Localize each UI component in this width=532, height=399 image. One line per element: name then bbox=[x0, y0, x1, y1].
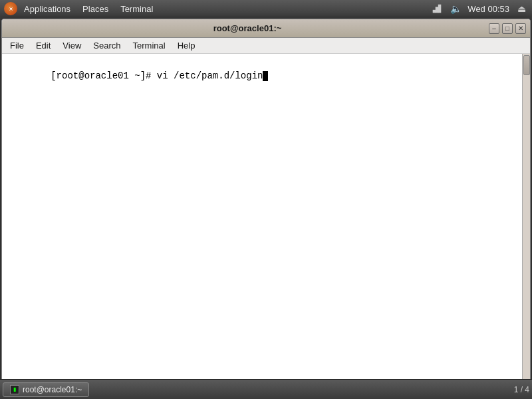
scrollbar[interactable] bbox=[522, 54, 530, 396]
scrollbar-thumb[interactable] bbox=[523, 55, 530, 75]
taskbar-item-label: root@oracle01:~ bbox=[23, 385, 82, 394]
window-controls: – □ ✕ bbox=[489, 23, 526, 34]
minimize-button[interactable]: – bbox=[489, 23, 499, 34]
menu-search[interactable]: Search bbox=[88, 39, 126, 52]
taskbar-pager: 1 / 4 bbox=[514, 385, 529, 394]
terminal-window: root@oracle01:~ – □ ✕ File Edit View Sea… bbox=[1, 19, 531, 396]
system-bar: ☀ Applications Places Terminal 🔈 Wed 00:… bbox=[0, 0, 532, 17]
places-menu[interactable]: Places bbox=[77, 3, 114, 15]
menu-terminal[interactable]: Terminal bbox=[128, 39, 171, 52]
power-icon[interactable]: ⏏ bbox=[515, 2, 528, 15]
maximize-button[interactable]: □ bbox=[502, 23, 513, 34]
window-title: root@oracle01:~ bbox=[6, 23, 489, 33]
svg-rect-1 bbox=[436, 7, 439, 13]
gnome-logo: ☀ bbox=[4, 2, 17, 15]
system-clock: Wed 00:53 bbox=[467, 4, 509, 14]
menu-help[interactable]: Help bbox=[172, 39, 201, 52]
terminal-cursor bbox=[263, 71, 268, 81]
taskbar-terminal-icon: ▮ bbox=[10, 385, 19, 394]
applications-menu[interactable]: Applications bbox=[19, 3, 76, 15]
terminal-prompt-line: [root@oracle01 ~]# vi /etc/pam.d/login bbox=[6, 57, 519, 96]
menu-edit[interactable]: Edit bbox=[31, 39, 56, 52]
menu-bar: File Edit View Search Terminal Help bbox=[2, 38, 530, 54]
network-icon[interactable] bbox=[430, 2, 444, 15]
terminal-menu[interactable]: Terminal bbox=[115, 3, 158, 15]
taskbar: ▮ root@oracle01:~ 1 / 4 bbox=[0, 379, 532, 399]
close-button[interactable]: ✕ bbox=[515, 23, 526, 34]
menu-view[interactable]: View bbox=[57, 39, 86, 52]
terminal-content[interactable]: [root@oracle01 ~]# vi /etc/pam.d/login bbox=[2, 54, 530, 396]
svg-rect-2 bbox=[438, 5, 442, 13]
menu-file[interactable]: File bbox=[5, 39, 29, 52]
volume-icon[interactable]: 🔈 bbox=[449, 2, 462, 15]
taskbar-left: ▮ root@oracle01:~ bbox=[3, 382, 89, 397]
system-bar-right: 🔈 Wed 00:53 ⏏ bbox=[430, 2, 528, 15]
svg-rect-0 bbox=[433, 10, 436, 13]
taskbar-terminal-item[interactable]: ▮ root@oracle01:~ bbox=[3, 382, 89, 397]
system-bar-left: ☀ Applications Places Terminal bbox=[4, 2, 158, 15]
title-bar: root@oracle01:~ – □ ✕ bbox=[2, 19, 530, 38]
